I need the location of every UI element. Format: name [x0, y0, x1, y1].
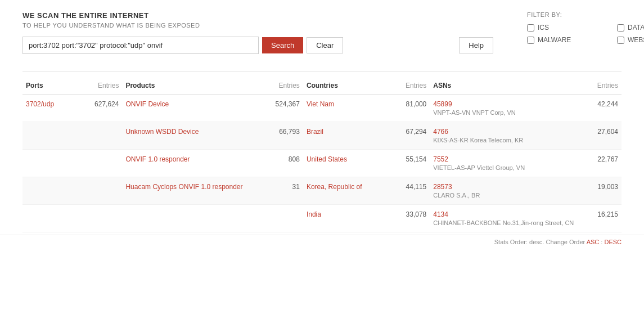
port-entries-cell [78, 122, 122, 150]
product-entries-cell: 808 [264, 150, 303, 177]
product-cell: Unknown WSDD Device [122, 122, 264, 150]
col-products-entries: Entries [264, 77, 303, 95]
product-entries-cell: 66,793 [264, 122, 303, 150]
product-entries-cell: 31 [264, 177, 303, 205]
help-button[interactable]: Help [459, 37, 493, 53]
headline: WE SCAN THE ENTIRE INTERNET [22, 11, 493, 20]
port-cell [22, 205, 78, 232]
country-cell: Korea, Republic of [303, 177, 391, 205]
clear-button[interactable]: Clear [307, 37, 343, 53]
asn-link[interactable]: 45899 [433, 100, 452, 108]
table-row: Unknown WSDD Device66,793Brazil67,294476… [22, 122, 622, 150]
col-ports-entries: Entries [78, 77, 122, 95]
stats-separator: : [601, 239, 602, 245]
filter-database[interactable]: DATABASE [617, 24, 644, 32]
port-entries-cell [78, 177, 122, 205]
country-entries-cell: 44,115 [391, 177, 430, 205]
filter-grid: ICS DATABASE IOT MALWARE WEBSERVER [527, 24, 644, 44]
port-cell [22, 122, 78, 150]
filter-ics-checkbox[interactable] [527, 24, 534, 32]
asn-entries-cell: 42,244 [583, 95, 622, 122]
section-divider [22, 71, 622, 71]
subheadline: TO HELP YOU UNDERSTAND WHAT IS BEING EXP… [22, 22, 493, 29]
filter-database-checkbox[interactable] [617, 24, 624, 32]
filter-webserver-label: WEBSERVER [628, 36, 644, 44]
country-link[interactable]: India [307, 210, 321, 218]
product-cell: ONVIF Device [122, 95, 264, 122]
table-row: Huacam Cyclops ONVIF 1.0 responder31Kore… [22, 177, 622, 205]
port-link[interactable]: 3702/udp [26, 100, 54, 108]
product-cell [122, 205, 264, 232]
country-link[interactable]: Korea, Republic of [307, 183, 362, 191]
product-cell: Huacam Cyclops ONVIF 1.0 responder [122, 177, 264, 205]
asn-name: CHINANET-BACKBONE No.31,Jin-rong Street,… [433, 219, 579, 226]
asn-entries-cell: 16,215 [583, 205, 622, 232]
product-link[interactable]: ONVIF Device [125, 100, 169, 108]
port-entries-cell [78, 150, 122, 177]
col-products: Products [122, 77, 264, 95]
filter-malware[interactable]: MALWARE [527, 36, 617, 44]
country-entries-cell: 55,154 [391, 150, 430, 177]
product-link[interactable]: ONVIF 1.0 responder [125, 155, 190, 163]
filter-label: FILTER BY: [527, 11, 644, 18]
country-link[interactable]: United States [307, 155, 347, 163]
asn-entries-cell: 22,767 [583, 150, 622, 177]
table-row: India33,0784134CHINANET-BACKBONE No.31,J… [22, 205, 622, 232]
asn-entries-cell: 27,604 [583, 122, 622, 150]
asn-link[interactable]: 28573 [433, 183, 452, 191]
filter-ics-label: ICS [538, 24, 549, 32]
country-cell: India [303, 205, 391, 232]
stats-asc-link[interactable]: ASC [587, 239, 600, 245]
product-link[interactable]: Huacam Cyclops ONVIF 1.0 responder [125, 183, 242, 191]
search-button[interactable]: Search [262, 37, 303, 53]
filter-ics[interactable]: ICS [527, 24, 617, 32]
stats-text: Stats Order: desc. Change Order [494, 239, 585, 245]
results-table: Ports Entries Products Entries Countries… [22, 77, 622, 232]
search-input[interactable] [22, 37, 259, 54]
asn-name: KIXS-AS-KR Korea Telecom, KR [433, 137, 579, 143]
port-cell [22, 150, 78, 177]
asn-name: VIETEL-AS-AP Viettel Group, VN [433, 164, 579, 171]
stats-desc-link[interactable]: DESC [604, 239, 622, 245]
product-entries-cell [264, 205, 303, 232]
asn-link[interactable]: 7552 [433, 155, 448, 163]
col-ports: Ports [22, 77, 78, 95]
country-entries-cell: 67,294 [391, 122, 430, 150]
filter-malware-checkbox[interactable] [527, 37, 534, 44]
product-cell: ONVIF 1.0 responder [122, 150, 264, 177]
filter-webserver[interactable]: WEBSERVER [617, 36, 644, 44]
table-row: ONVIF 1.0 responder808United States55,15… [22, 150, 622, 177]
country-cell: Viet Nam [303, 95, 391, 122]
stats-bar: Stats Order: desc. Change Order ASC : DE… [0, 235, 644, 249]
filter-malware-label: MALWARE [538, 36, 571, 44]
port-cell [22, 177, 78, 205]
asn-cell: 4766KIXS-AS-KR Korea Telecom, KR [430, 122, 583, 150]
col-countries: Countries [303, 77, 391, 95]
asn-entries-cell: 19,003 [583, 177, 622, 205]
port-entries-cell [78, 205, 122, 232]
country-link[interactable]: Brazil [307, 128, 323, 136]
country-link[interactable]: Viet Nam [307, 100, 334, 108]
port-entries-cell: 627,624 [78, 95, 122, 122]
asn-cell: 45899VNPT-AS-VN VNPT Corp, VN [430, 95, 583, 122]
asn-name: VNPT-AS-VN VNPT Corp, VN [433, 109, 579, 116]
asn-cell: 4134CHINANET-BACKBONE No.31,Jin-rong Str… [430, 205, 583, 232]
country-cell: Brazil [303, 122, 391, 150]
product-link[interactable]: Unknown WSDD Device [125, 128, 199, 136]
country-cell: United States [303, 150, 391, 177]
col-asns-entries: Entries [583, 77, 622, 95]
filter-webserver-checkbox[interactable] [617, 37, 624, 44]
asn-name: CLARO S.A., BR [433, 192, 579, 199]
asn-cell: 28573CLARO S.A., BR [430, 177, 583, 205]
filter-database-label: DATABASE [628, 24, 644, 32]
asn-link[interactable]: 4134 [433, 210, 448, 218]
country-entries-cell: 81,000 [391, 95, 430, 122]
asn-cell: 7552VIETEL-AS-AP Viettel Group, VN [430, 150, 583, 177]
port-cell: 3702/udp [22, 95, 78, 122]
product-entries-cell: 524,367 [264, 95, 303, 122]
country-entries-cell: 33,078 [391, 205, 430, 232]
asn-link[interactable]: 4766 [433, 128, 448, 136]
col-asns: ASNs [430, 77, 583, 95]
table-row: 3702/udp627,624ONVIF Device524,367Viet N… [22, 95, 622, 122]
col-countries-entries: Entries [391, 77, 430, 95]
